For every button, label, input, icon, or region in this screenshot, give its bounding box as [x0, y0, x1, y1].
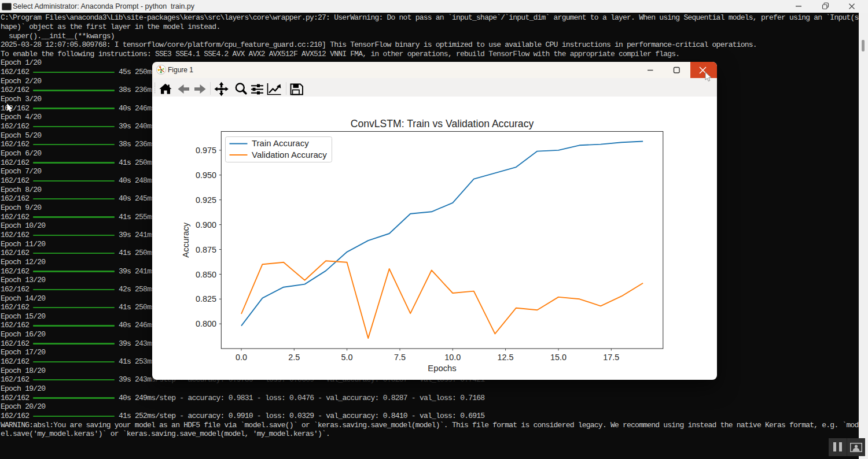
- svg-text:5.0: 5.0: [341, 353, 353, 362]
- svg-text:0.925: 0.925: [196, 195, 216, 205]
- svg-text:Accuracy: Accuracy: [181, 222, 190, 257]
- svg-text:15.0: 15.0: [550, 353, 567, 362]
- svg-text:ConvLSTM: Train vs Validation: ConvLSTM: Train vs Validation Accuracy: [351, 118, 534, 129]
- svg-text:10.0: 10.0: [444, 353, 461, 362]
- svg-text:7.5: 7.5: [394, 353, 406, 362]
- svg-text:0.900: 0.900: [196, 220, 216, 230]
- svg-text:0.0: 0.0: [236, 353, 247, 362]
- svg-text:0.875: 0.875: [196, 245, 216, 254]
- svg-text:0.800: 0.800: [196, 319, 216, 328]
- svg-text:17.5: 17.5: [603, 353, 619, 362]
- svg-text:0.950: 0.950: [196, 171, 216, 180]
- svg-text:12.5: 12.5: [498, 353, 514, 362]
- svg-text:0.825: 0.825: [196, 294, 216, 303]
- svg-text:0.850: 0.850: [196, 270, 216, 279]
- svg-text:2.5: 2.5: [288, 353, 300, 362]
- svg-text:Train Accuracy: Train Accuracy: [252, 138, 309, 148]
- svg-text:Validation Accuracy: Validation Accuracy: [252, 150, 327, 160]
- svg-text:0.975: 0.975: [196, 146, 216, 155]
- svg-text:Epochs: Epochs: [428, 364, 456, 373]
